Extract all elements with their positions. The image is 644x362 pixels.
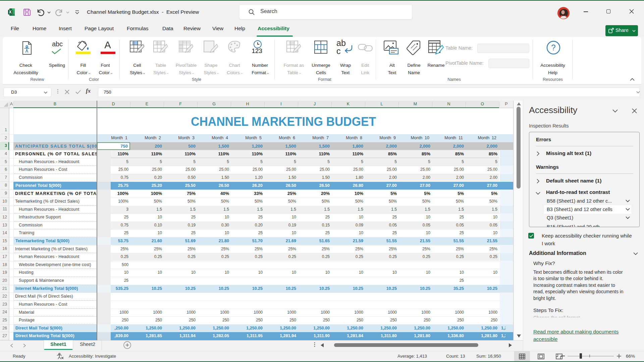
svg-text:123: 123	[252, 47, 262, 54]
svg-text:?: ?	[551, 43, 555, 52]
svg-text:X: X	[9, 10, 11, 14]
